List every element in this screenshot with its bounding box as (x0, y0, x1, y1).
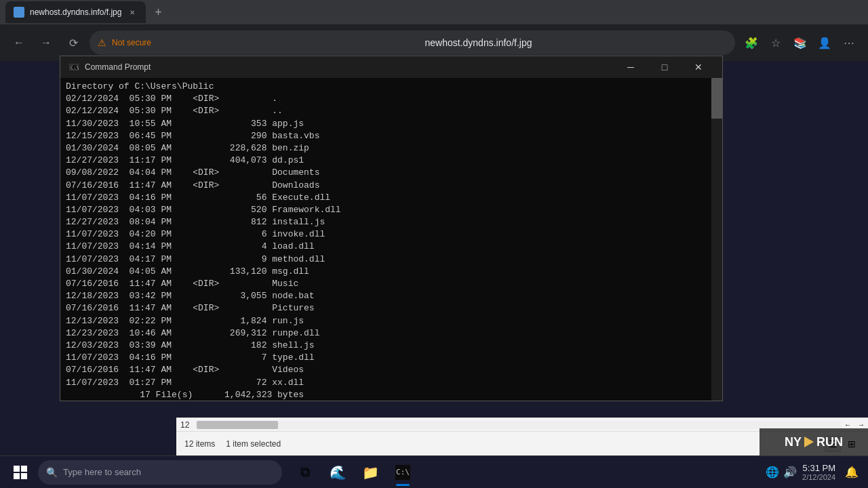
items-count: 12 items (184, 439, 215, 449)
windows-logo (14, 466, 27, 479)
cmd-line: 02/12/2024 05:30 PM <DIR> .. (66, 105, 717, 117)
cmd-line: 07/16/2016 11:47 AM <DIR> Music (66, 278, 717, 290)
edge-icon: 🌊 (330, 464, 347, 481)
cmd-line: 17 File(s) 1,042,323 bytes (66, 389, 717, 401)
cmd-maximize-btn[interactable]: □ (649, 56, 680, 78)
cmd-icon-taskbar: C:\ (395, 465, 410, 480)
cmd-line: 11/07/2023 04:20 PM 6 invoke.dll (66, 228, 717, 241)
search-icon: 🔍 (46, 467, 58, 478)
notification-button[interactable]: 🔔 (841, 458, 863, 487)
cmd-line: 09/08/2022 04:04 PM <DIR> Documents (66, 167, 717, 179)
anyrun-watermark: NY RUN (760, 428, 868, 455)
selected-count: 1 item selected (226, 439, 281, 449)
tab-title: newhost.dyndns.info/f.jpg (30, 7, 121, 17)
svg-text:C:\: C:\ (71, 65, 79, 70)
extensions-button[interactable]: 🧩 (741, 32, 762, 54)
cmd-close-btn[interactable]: ✕ (683, 56, 714, 78)
browser-chrome: newhost.dyndns.info/f.jpg ✕ + ← → ⟳ ⚠ No… (0, 0, 868, 61)
cmd-titlebar-icon: C:\ (68, 62, 79, 73)
hscroll-track[interactable] (197, 421, 841, 429)
taskbar-app-cmd[interactable]: C:\ (388, 458, 418, 487)
collections-button[interactable]: 📚 (789, 32, 811, 54)
system-clock[interactable]: 5:31 PM 2/12/2024 (802, 463, 835, 481)
network-icon[interactable]: 🌐 (766, 466, 779, 479)
favorites-button[interactable]: ☆ (765, 32, 787, 54)
logo-quad-3 (14, 473, 20, 479)
anyrun-play-icon (804, 436, 814, 447)
taskview-icon: ⧉ (300, 464, 310, 480)
cmd-body[interactable]: Directory of C:\Users\Public 02/12/2024 … (60, 78, 722, 401)
explorer-icon: 📁 (362, 464, 379, 481)
fe-item-number: 12 (176, 420, 197, 430)
cmd-line: 12/18/2023 03:42 PM 3,055 node.bat (66, 290, 717, 302)
start-button[interactable] (5, 458, 35, 487)
cmd-line: 11/07/2023 04:17 PM 9 method.dll (66, 253, 717, 266)
cmd-line: 11/07/2023 04:14 PM 4 load.dll (66, 241, 717, 253)
cmd-line: 12/27/2023 08:04 PM 812 install.js (66, 216, 717, 228)
more-button[interactable]: ⋯ (838, 32, 860, 54)
cmd-line: 12/27/2023 11:17 PM 404,073 dd.ps1 (66, 155, 717, 167)
security-label: Not secure (112, 38, 414, 47)
taskbar-app-edge[interactable]: 🌊 (323, 458, 353, 487)
taskbar: 🔍 Type here to search ⧉ 🌊 📁 C:\ 🌐 🔊 5:31… (0, 455, 868, 488)
volume-icon[interactable]: 🔊 (783, 466, 797, 479)
taskbar-app-taskview[interactable]: ⧉ (290, 458, 320, 487)
cmd-line: 07/16/2016 11:47 AM <DIR> Pictures (66, 302, 717, 314)
tab-close-button[interactable]: ✕ (127, 7, 138, 18)
cmd-window-buttons: ─ □ ✕ (615, 56, 714, 78)
cmd-line: 01/30/2024 04:05 AM 133,120 msg.dll (66, 266, 717, 278)
logo-quad-4 (21, 473, 27, 479)
cmd-line: 07/16/2016 11:47 AM <DIR> Downloads (66, 180, 717, 192)
cmd-scrollbar[interactable] (711, 78, 722, 401)
logo-quad-1 (14, 466, 20, 472)
logo-quad-2 (21, 466, 27, 472)
security-icon: ⚠ (98, 37, 106, 48)
tray-icons: 🌐 🔊 (766, 466, 797, 479)
url-text: newhost.dyndns.info/f.jpg (425, 37, 728, 48)
cmd-line: 11/07/2023 04:16 PM 56 Execute.dll (66, 192, 717, 204)
taskbar-search[interactable]: 🔍 Type here to search (38, 460, 282, 485)
cmd-line: 07/16/2016 11:47 AM <DIR> Videos (66, 364, 717, 376)
refresh-button[interactable]: ⟳ (62, 32, 84, 54)
profile-button[interactable]: 👤 (814, 32, 835, 54)
taskbar-apps: ⧉ 🌊 📁 C:\ (290, 458, 418, 487)
anyrun-text: NY (785, 435, 802, 449)
address-bar[interactable]: ⚠ Not secure newhost.dyndns.info/f.jpg (90, 30, 735, 55)
cmd-line: 11/07/2023 01:27 PM 72 xx.dll (66, 377, 717, 389)
cmd-line: 02/12/2024 05:30 PM <DIR> . (66, 93, 717, 105)
cmd-line: 12/23/2023 10:46 AM 269,312 runpe.dll (66, 327, 717, 340)
cmd-line: 12/13/2023 02:22 PM 1,824 run.js (66, 315, 717, 327)
cmd-titlebar: C:\ Command Prompt ─ □ ✕ (60, 56, 722, 78)
tab-bar: newhost.dyndns.info/f.jpg ✕ + (0, 0, 868, 24)
anyrun-suffix: RUN (816, 435, 843, 449)
system-tray: 🌐 🔊 5:31 PM 2/12/2024 🔔 (766, 458, 863, 487)
cmd-line: 12/03/2023 03:39 AM 182 shell.js (66, 340, 717, 352)
cmd-header-line: Directory of C:\Users\Public (66, 81, 717, 93)
forward-button[interactable]: → (35, 32, 57, 54)
clock-date: 2/12/2024 (802, 473, 835, 481)
cmd-title-text: Command Prompt (85, 62, 610, 72)
active-tab[interactable]: newhost.dyndns.info/f.jpg ✕ (5, 1, 146, 23)
nav-actions: 🧩 ☆ 📚 👤 ⋯ (741, 32, 860, 54)
clock-time: 5:31 PM (802, 463, 835, 473)
cmd-minimize-btn[interactable]: ─ (615, 56, 646, 78)
cmd-line: 11/30/2023 10:55 AM 353 app.js (66, 118, 717, 130)
cmd-scroll-thumb[interactable] (711, 78, 722, 119)
hscroll-thumb[interactable] (197, 421, 278, 429)
cmd-line: 11/07/2023 04:03 PM 520 Framework.dll (66, 204, 717, 216)
cmd-line: 01/30/2024 08:05 AM 228,628 ben.zip (66, 142, 717, 155)
cmd-window: C:\ Command Prompt ─ □ ✕ Directory of C:… (60, 56, 723, 401)
cmd-line: 11/07/2023 04:16 PM 7 type.dll (66, 352, 717, 364)
back-button[interactable]: ← (8, 32, 30, 54)
taskbar-app-explorer[interactable]: 📁 (355, 458, 385, 487)
new-tab-button[interactable]: + (149, 3, 167, 22)
cmd-output: 02/12/2024 05:30 PM <DIR> .02/12/2024 05… (66, 93, 717, 401)
cmd-line: 12/15/2023 06:45 PM 290 basta.vbs (66, 130, 717, 142)
tab-favicon (14, 7, 24, 18)
search-placeholder-text: Type here to search (63, 467, 141, 477)
